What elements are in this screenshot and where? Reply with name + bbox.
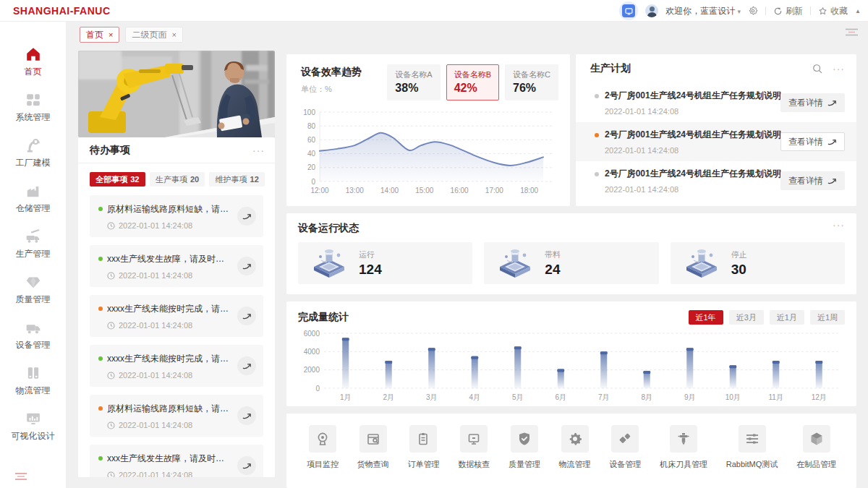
sidebar-item-warehouse[interactable]: 仓储管理 [0,176,67,221]
sidebar-item-label: 物流管理 [16,385,51,397]
todo-tabs: 全部事项32生产事项20维护事项12 [78,163,275,194]
refresh-button[interactable]: 刷新 [773,5,803,17]
device-chip-0[interactable]: 设备名称A38% [387,64,440,100]
drill-icon [670,425,697,453]
plan-row[interactable]: 2号厂房001生产线24号机组生产任务规划说明2022-01-01 14:24:… [576,83,856,122]
quick-action-quality-mgmt[interactable]: 质量管理 [509,425,540,470]
device-chip-1[interactable]: 设备名称B42% [446,64,499,100]
search-icon[interactable] [812,64,822,74]
collapse-up-icon[interactable]: ▲ [855,8,861,14]
view-detail-button[interactable]: 查看详情 [780,93,845,112]
range-filter-3[interactable]: 近1周 [810,310,845,325]
goto-arrow-button[interactable] [237,307,256,325]
hero-image [78,51,275,137]
svg-text:5月: 5月 [512,393,524,401]
plan-row[interactable]: 2号厂房001生产线24号机组生产任务规划说明2022-01-01 14:24:… [576,122,856,161]
sidebar-item-equipment[interactable]: 设备管理 [0,312,67,358]
range-filter-0[interactable]: 近1年 [689,310,723,325]
app-header: SHANGHAI-FANUC 欢迎你，蓝蓝设计 ▾ 刷新 收藏 ▲ [0,0,868,22]
robot-arm-icon [25,137,41,153]
quick-action-tool-mgmt[interactable]: 机床刀具管理 [660,425,707,470]
sidebar-item-home[interactable]: 首页 [0,39,67,85]
status-card-stopped[interactable]: 停止30 [671,242,845,284]
svg-text:2月: 2月 [383,393,394,401]
completion-panel: 完成量统计 近1年近3月近1月近1周 02000400060001月2月3月4月… [286,301,856,406]
todo-list-item[interactable]: xxxx生产线未能按时完成，请补...2022-01-01 14:24:08 [90,295,263,337]
sidebar-item-quality[interactable]: 质量管理 [0,267,67,312]
todo-list-item[interactable]: 原材料运输线路原料短缺，请及...2022-01-01 14:24:08 [90,395,263,437]
header-actions: 欢迎你，蓝蓝设计 ▾ 刷新 收藏 ▲ [619,0,861,22]
todo-tab-0[interactable]: 全部事项32 [90,172,145,187]
quick-action-equipment-mgmt[interactable]: 设备管理 [609,425,641,470]
sidebar-item-label: 设备管理 [16,339,51,351]
todo-item-text: 原材料运输线路原料短缺，请及... [107,203,231,215]
goto-arrow-button[interactable] [237,456,256,475]
plan-row[interactable]: 2号厂房001生产线24号机组生产任务规划说明2022-01-01 14:24:… [576,161,856,200]
status-value: 24 [545,262,561,278]
status-card-running[interactable]: 运行124 [298,242,472,284]
favorite-button[interactable]: 收藏 [818,5,848,17]
quick-action-label: RabbitMQ测试 [726,459,778,470]
goto-arrow-button[interactable] [237,207,256,226]
close-icon[interactable]: × [171,30,176,39]
quick-action-order-mgmt[interactable]: 订单管理 [407,425,439,470]
sidebar-item-logistics[interactable]: 物流管理 [0,358,67,403]
range-filters: 近1年近3月近1月近1周 [689,310,846,325]
goto-arrow-button[interactable] [237,406,256,425]
tab-secondary[interactable]: 二级页面× [125,27,182,43]
quick-action-project-monitor[interactable]: 项目监控 [307,425,339,470]
camera-icon [309,425,336,453]
range-filter-1[interactable]: 近3月 [729,310,764,325]
svg-text:16:00: 16:00 [451,187,469,194]
view-detail-button[interactable]: 查看详情 [780,171,845,190]
status-dot [98,406,103,411]
todo-list-item[interactable]: xxx生产线发生故障，请及时处理2022-01-01 14:24:08 [90,245,263,287]
avatar[interactable] [645,4,658,17]
range-filter-2[interactable]: 近1月 [770,310,804,325]
quick-action-goods-query[interactable]: 货物查询 [357,425,389,470]
monitor-chart-icon [25,411,41,427]
gear-icon[interactable] [748,6,758,16]
todo-list-item[interactable]: 原材料运输线路原料短缺，请及...2022-01-01 14:24:08 [90,195,263,237]
sidebar-item-production[interactable]: 生产管理 [0,221,67,267]
more-icon[interactable]: ··· [833,66,845,72]
machine-3d-icon [684,248,720,278]
sidebar-item-visual-design[interactable]: 可视化设计 [0,403,67,449]
clock-icon [107,272,115,280]
todo-list-item[interactable]: xxx生产线发生故障，请及时处理2022-01-01 14:24:08 [90,445,263,477]
screen-icon[interactable] [619,1,638,20]
status-label: 带料 [545,249,561,260]
goto-arrow-button[interactable] [237,356,256,375]
tab-home[interactable]: 首页× [80,27,119,43]
tab-menu-icon[interactable] [846,28,858,36]
svg-text:20: 20 [307,163,316,171]
dashboard-page: SHANGHAI-FANUC 欢迎你，蓝蓝设计 ▾ 刷新 收藏 ▲ 首 [0,0,868,488]
favorite-label: 收藏 [830,5,848,17]
status-card-loaded[interactable]: 带料24 [484,242,658,284]
clock-icon [107,421,115,429]
todo-list-item[interactable]: xxxx生产线未能按时完成，请补...2022-01-01 14:24:08 [90,345,263,387]
plan-rows: 2号厂房001生产线24号机组生产任务规划说明2022-01-01 14:24:… [576,83,856,200]
goto-arrow-button[interactable] [237,257,256,275]
svg-text:12:00: 12:00 [310,187,328,194]
quick-action-rabbitmq-test[interactable]: RabbitMQ测试 [726,425,778,470]
user-menu[interactable]: 欢迎你，蓝蓝设计 ▾ [665,5,741,17]
more-icon[interactable]: ··· [833,222,845,235]
sidebar-item-system[interactable]: 系统管理 [0,85,67,130]
quick-action-wip-mgmt[interactable]: 在制品管理 [796,425,836,470]
close-icon[interactable]: × [109,30,113,39]
view-detail-button[interactable]: 查看详情 [780,132,845,151]
todo-tab-2[interactable]: 维护事项12 [209,172,265,187]
sidebar-collapse-icon[interactable] [14,472,27,481]
quick-action-data-check[interactable]: 数据核查 [458,425,490,470]
view-detail-label: 查看详情 [788,97,823,109]
sidebar-item-factory-modeling[interactable]: 工厂建模 [0,130,67,176]
more-icon[interactable]: ··· [252,147,265,153]
efficiency-line-chart: 02040608010012:0013:0014:0015:0016:0017:… [298,106,557,197]
device-name: 设备名称C [513,69,550,80]
status-dot [98,307,103,311]
quick-action-logistics-mgmt[interactable]: 物流管理 [559,425,591,470]
todo-tab-1[interactable]: 生产事项20 [150,172,205,187]
device-chip-2[interactable]: 设备名称C76% [505,64,558,100]
svg-text:9月: 9月 [684,393,696,401]
